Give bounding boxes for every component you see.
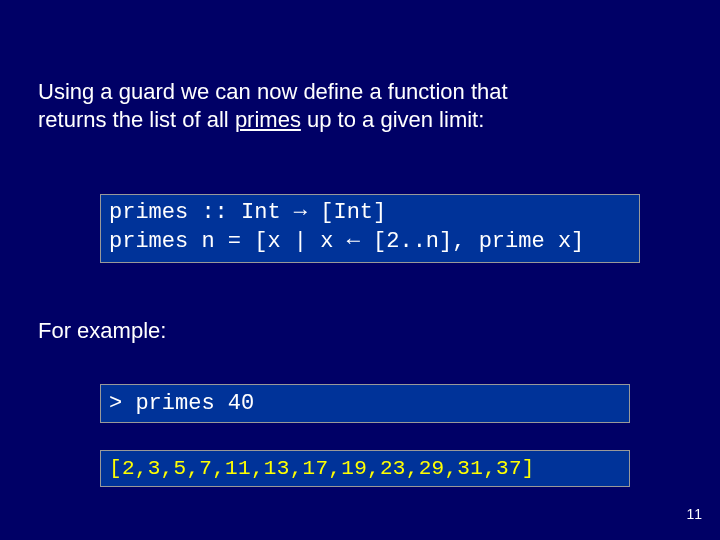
code-def-1b: [Int] [307, 200, 386, 225]
page-number: 11 [686, 506, 702, 522]
code-def-2a: primes n = [x | x [109, 229, 347, 254]
code-definition-box: primes :: Int → [Int] primes n = [x | x … [100, 194, 640, 263]
slide: Using a guard we can now define a functi… [0, 0, 720, 540]
code-def-line-2: primes n = [x | x ← [2..n], prime x] [109, 228, 631, 257]
code-def-2b: [2..n], prime x] [360, 229, 584, 254]
intro-line-1a: Using a guard we can now define a functi… [38, 79, 508, 104]
intro-line-1b: returns the list of all [38, 107, 235, 132]
primes-underlined: primes [235, 107, 301, 132]
code-result-text: [2,3,5,7,11,13,17,19,23,29,31,37] [109, 457, 535, 480]
code-call-text: > primes 40 [109, 391, 254, 416]
code-def-line-1: primes :: Int → [Int] [109, 199, 631, 228]
intro-line-1c: up to a given limit: [301, 107, 484, 132]
intro-paragraph: Using a guard we can now define a functi… [38, 78, 668, 133]
arrow-left-icon: ← [347, 229, 360, 254]
code-def-1a: primes :: Int [109, 200, 294, 225]
code-result-box: [2,3,5,7,11,13,17,19,23,29,31,37] [100, 450, 630, 487]
arrow-right-icon: → [294, 200, 307, 225]
code-call-box: > primes 40 [100, 384, 630, 423]
for-example-label: For example: [38, 318, 166, 344]
